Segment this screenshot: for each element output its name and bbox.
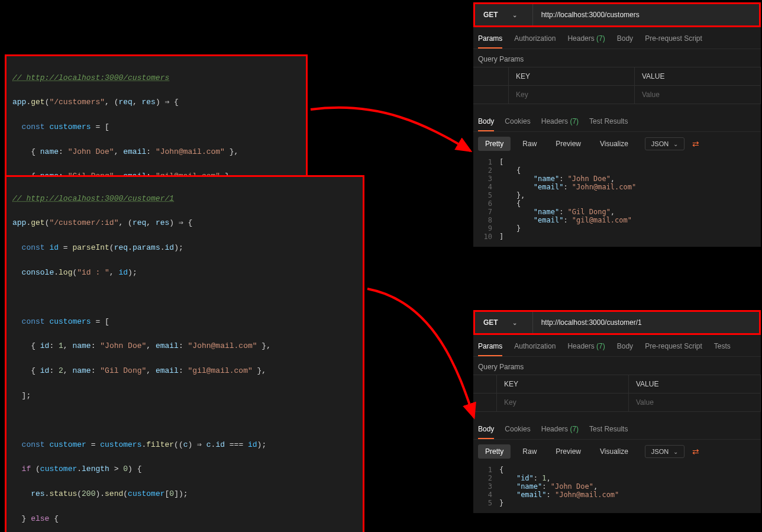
chevron-down-icon: ⌄ [673,449,678,455]
visualize-button[interactable]: Visualize [593,444,635,459]
tab-body[interactable]: Body [617,34,633,49]
response-view-toolbar: Pretty Raw Preview Visualize JSON⌄ ⇄ [473,132,761,156]
format-select[interactable]: JSON⌄ [645,445,684,458]
raw-button[interactable]: Raw [515,137,544,151]
method-label: GET [483,318,498,327]
tab-cookies[interactable]: Cookies [505,117,530,131]
preview-button[interactable]: Preview [548,137,588,151]
column-key: KEY [509,67,635,85]
request-line: GET ⌄ http://localhost:3000/customer/1 [473,310,761,335]
response-view-toolbar: Pretty Raw Preview Visualize JSON⌄ ⇄ [473,440,761,463]
chevron-down-icon: ⌄ [673,141,678,147]
query-params-label: Query Params [473,49,761,67]
chevron-down-icon: ⌄ [512,320,517,326]
tab-response-body[interactable]: Body [478,425,494,439]
postman-request-customers: GET ⌄ http://localhost:3000/customers Pa… [473,2,761,247]
request-tabs: Params Authorization Headers (7) Body Pr… [473,27,761,49]
arrow-icon [364,284,483,426]
chevron-down-icon: ⌄ [512,12,517,18]
column-key: KEY [497,375,629,393]
response-body: 1{2 "id": 1,3 "name": "John Doe",4 "emai… [473,463,761,513]
response-tabs: Body Cookies Headers (7) Test Results [473,111,761,132]
pretty-button[interactable]: Pretty [478,137,511,151]
tab-authorization[interactable]: Authorization [514,34,556,49]
tab-prerequest[interactable]: Pre-request Script [645,342,702,356]
tab-tests[interactable]: Tests [714,342,731,356]
tab-body[interactable]: Body [617,342,633,356]
tab-headers[interactable]: Headers (7) [567,34,605,49]
tab-authorization[interactable]: Authorization [514,342,556,356]
visualize-button[interactable]: Visualize [593,137,635,151]
http-method-select[interactable]: GET ⌄ [475,312,533,333]
column-value: VALUE [635,67,761,85]
tab-cookies[interactable]: Cookies [505,425,530,439]
query-params-table: KEYVALUE KeyValue [473,67,761,104]
tab-params[interactable]: Params [478,342,502,356]
key-input[interactable]: Key [509,86,635,104]
value-input[interactable]: Value [629,394,761,411]
query-params-label: Query Params [473,357,761,375]
preview-button[interactable]: Preview [548,444,588,459]
arrow-icon [308,95,479,160]
column-value: VALUE [629,375,761,393]
request-line: GET ⌄ http://localhost:3000/customers [473,2,761,27]
http-method-select[interactable]: GET ⌄ [475,4,533,25]
tab-test-results[interactable]: Test Results [589,117,628,131]
value-input[interactable]: Value [635,86,761,104]
tab-headers[interactable]: Headers (7) [567,342,605,356]
url-input[interactable]: http://localhost:3000/customers [533,4,759,25]
tab-test-results[interactable]: Test Results [589,425,628,439]
tab-params[interactable]: Params [478,34,502,49]
query-params-table: KEYVALUE KeyValue [473,375,761,412]
format-select[interactable]: JSON⌄ [645,137,684,150]
key-input[interactable]: Key [497,394,629,411]
wrap-lines-icon[interactable]: ⇄ [689,445,702,458]
wrap-lines-icon[interactable]: ⇄ [689,137,702,150]
tab-response-headers[interactable]: Headers (7) [541,425,579,439]
code-comment: // http://localhost:3000/customers [12,73,169,82]
pretty-button[interactable]: Pretty [478,444,511,459]
postman-request-customer-id: GET ⌄ http://localhost:3000/customer/1 P… [473,310,761,513]
tab-response-headers[interactable]: Headers (7) [541,117,579,131]
method-label: GET [483,11,498,19]
request-tabs: Params Authorization Headers (7) Body Pr… [473,335,761,357]
response-tabs: Body Cookies Headers (7) Test Results [473,419,761,440]
raw-button[interactable]: Raw [515,444,544,459]
code-comment: // http://localhost:3000/customer/1 [12,194,174,203]
url-input[interactable]: http://localhost:3000/customer/1 [533,312,759,333]
tab-response-body[interactable]: Body [478,117,494,131]
tab-prerequest[interactable]: Pre-request Script [645,34,702,49]
response-body: 1[2 {3 "name": "John Doe",4 "email": "Jo… [473,156,761,247]
code-editor-customer-id: // http://localhost:3000/customer/1 app.… [5,175,364,532]
